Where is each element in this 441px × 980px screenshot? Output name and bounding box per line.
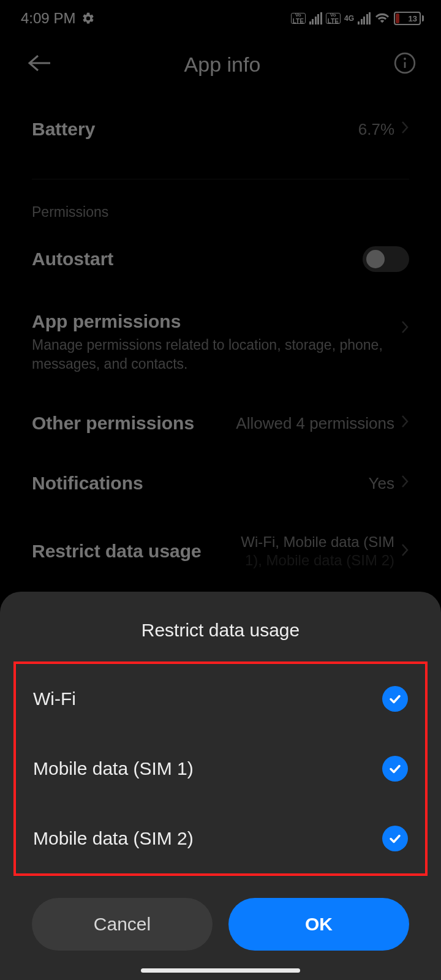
battery-label: Battery bbox=[32, 119, 95, 140]
autostart-label: Autostart bbox=[32, 249, 113, 270]
restrict-value-2: 1), Mobile data (SIM 2) bbox=[241, 551, 394, 570]
chevron-right-icon bbox=[401, 414, 409, 433]
option-sim1[interactable]: Mobile data (SIM 1) bbox=[22, 734, 419, 804]
checkbox-checked-icon[interactable] bbox=[382, 756, 408, 782]
signal-bars-icon bbox=[309, 12, 322, 24]
app-permissions-desc: Manage permissions related to location, … bbox=[32, 336, 388, 374]
chevron-right-icon bbox=[401, 120, 409, 139]
signal-bars-icon-2 bbox=[358, 12, 371, 24]
option-sim2[interactable]: Mobile data (SIM 2) bbox=[22, 804, 419, 873]
row-restrict-data[interactable]: Restrict data usage Wi-Fi, Mobile data (… bbox=[32, 513, 409, 570]
status-time: 4:09 PM bbox=[21, 10, 75, 27]
row-other-permissions[interactable]: Other permissions Allowed 4 permissions bbox=[32, 393, 409, 453]
restrict-value-1: Wi-Fi, Mobile data (SIM bbox=[241, 533, 394, 551]
restrict-label: Restrict data usage bbox=[32, 541, 202, 562]
restrict-data-dialog: Restrict data usage Wi-Fi Mobile data (S… bbox=[0, 592, 441, 980]
notifications-value: Yes bbox=[369, 474, 394, 493]
back-icon[interactable] bbox=[27, 53, 51, 75]
checkbox-checked-icon[interactable] bbox=[382, 826, 408, 851]
other-permissions-value: Allowed 4 permissions bbox=[236, 414, 394, 433]
row-autostart[interactable]: Autostart bbox=[32, 227, 409, 292]
svg-point-1 bbox=[404, 58, 406, 60]
other-permissions-label: Other permissions bbox=[32, 413, 194, 434]
app-header: App info bbox=[0, 37, 441, 92]
section-permissions: Permissions bbox=[32, 179, 409, 227]
dialog-title: Restrict data usage bbox=[0, 592, 441, 662]
battery-icon: 13 bbox=[394, 12, 424, 25]
row-app-permissions[interactable]: App permissions Manage permissions relat… bbox=[32, 292, 409, 393]
notifications-label: Notifications bbox=[32, 473, 143, 494]
option-sim2-label: Mobile data (SIM 2) bbox=[33, 828, 194, 849]
app-permissions-label: App permissions bbox=[32, 311, 388, 332]
option-sim1-label: Mobile data (SIM 1) bbox=[33, 758, 194, 779]
battery-value: 6.7% bbox=[358, 120, 394, 139]
network-type: 4G bbox=[344, 15, 354, 22]
home-indicator[interactable] bbox=[141, 968, 300, 973]
volte-icon: VoLTE bbox=[291, 13, 306, 24]
autostart-toggle[interactable] bbox=[363, 246, 409, 272]
cancel-button[interactable]: Cancel bbox=[32, 898, 213, 951]
chevron-right-icon bbox=[401, 474, 409, 493]
chevron-right-icon bbox=[401, 543, 409, 560]
highlighted-options-box: Wi-Fi Mobile data (SIM 1) Mobile data (S… bbox=[13, 662, 428, 876]
option-wifi[interactable]: Wi-Fi bbox=[22, 664, 419, 734]
row-notifications[interactable]: Notifications Yes bbox=[32, 453, 409, 513]
checkbox-checked-icon[interactable] bbox=[382, 686, 408, 712]
info-icon[interactable] bbox=[393, 51, 417, 77]
option-wifi-label: Wi-Fi bbox=[33, 688, 76, 709]
status-bar: 4:09 PM VoLTE VoLTE 4G 13 bbox=[0, 0, 441, 37]
ok-button[interactable]: OK bbox=[228, 898, 409, 951]
wifi-icon bbox=[374, 12, 390, 25]
row-battery[interactable]: Battery 6.7% bbox=[32, 92, 409, 167]
volte-icon-2: VoLTE bbox=[326, 13, 341, 24]
chevron-right-icon bbox=[401, 320, 409, 337]
page-title: App info bbox=[51, 53, 393, 77]
gear-icon bbox=[81, 12, 95, 25]
